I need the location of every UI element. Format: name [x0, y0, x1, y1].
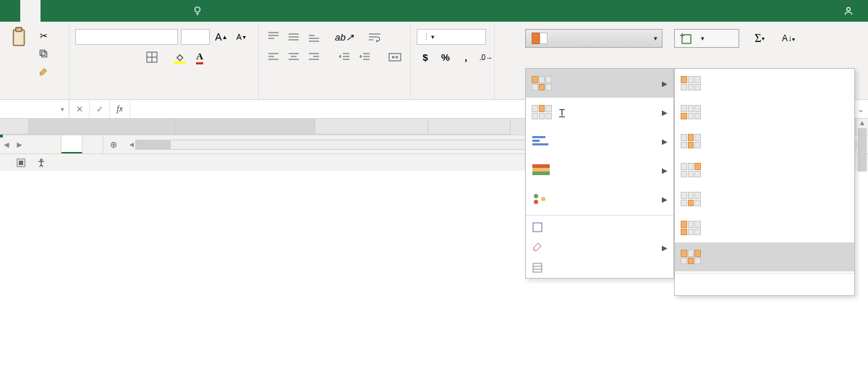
svg-rect-13 [532, 168, 550, 172]
submenu-greater-than[interactable] [675, 69, 854, 98]
menu-highlight-cells-rules[interactable]: ▶ [526, 69, 673, 98]
tab-review[interactable] [122, 0, 142, 22]
ribbon: ✂ A▲ A▼ A [0, 22, 868, 100]
cut-button[interactable]: ✂ [35, 28, 52, 43]
menu-data-bars[interactable]: ▶ [526, 127, 673, 156]
tab-nav-prev[interactable]: ◄ [0, 140, 13, 150]
align-left-button[interactable] [265, 49, 282, 65]
duplicate-icon [681, 250, 701, 264]
data-bars-icon [532, 135, 550, 148]
align-bottom-icon [308, 32, 320, 42]
vertical-scrollbar[interactable]: ▲ [856, 119, 868, 135]
svg-point-17 [541, 197, 545, 201]
menu-new-rule[interactable] [526, 217, 673, 237]
submenu-date-occurring[interactable] [675, 213, 854, 242]
submenu-less-than[interactable] [675, 98, 854, 127]
paste-button[interactable] [4, 25, 33, 52]
submenu-duplicate-values[interactable] [675, 242, 854, 271]
underline-button[interactable] [116, 49, 133, 65]
merge-button[interactable] [386, 49, 404, 65]
tab-home[interactable] [20, 0, 41, 22]
new-sheet-button[interactable]: ⊕ [103, 140, 124, 150]
accessibility-status[interactable] [36, 158, 49, 168]
submenu-between[interactable] [675, 127, 854, 156]
decrease-indent-button[interactable] [336, 49, 353, 65]
enter-formula-button[interactable]: ✓ [90, 100, 110, 118]
menu-color-scales[interactable]: ▶ [526, 156, 673, 185]
group-clipboard: ✂ [0, 22, 69, 99]
sheet-tab-2[interactable] [61, 135, 82, 153]
conditional-formatting-button[interactable]: ▾ [525, 29, 663, 48]
decrease-font-button[interactable]: A▼ [233, 29, 250, 45]
wrap-icon [368, 32, 381, 42]
menu-manage-rules[interactable] [526, 258, 673, 278]
tab-formulas[interactable] [81, 0, 101, 22]
currency-button[interactable]: $ [417, 49, 434, 65]
orientation-button[interactable]: ab↗ [336, 29, 353, 45]
autosum-button[interactable]: Σ▾ [751, 30, 768, 46]
svg-rect-4 [42, 52, 47, 57]
svg-rect-12 [532, 164, 550, 168]
copy-button[interactable] [35, 46, 52, 62]
wrap-text-button[interactable] [366, 29, 383, 45]
lightbulb-icon [192, 6, 203, 16]
submenu-more-rules[interactable] [675, 275, 854, 295]
number-format-combo[interactable]: ▾ [417, 29, 486, 45]
align-middle-button[interactable] [285, 29, 302, 45]
sheet-tab-3[interactable] [82, 135, 103, 153]
align-right-button[interactable] [305, 49, 323, 65]
col-header-d[interactable] [428, 119, 511, 135]
expand-formula-bar[interactable]: ⌄ [854, 104, 868, 114]
increase-font-button[interactable]: A▲ [213, 29, 230, 45]
font-size-combo[interactable] [181, 29, 210, 45]
copy-icon [38, 48, 48, 59]
fill-color-button[interactable] [171, 49, 188, 65]
bold-button[interactable] [75, 49, 93, 65]
svg-rect-18 [533, 223, 542, 232]
borders-button[interactable] [143, 49, 161, 65]
percent-button[interactable]: % [437, 49, 454, 65]
format-painter-button[interactable] [35, 64, 52, 80]
highlight-rules-icon [532, 76, 552, 90]
tab-view[interactable] [142, 0, 162, 22]
vscroll-thumb[interactable] [858, 128, 867, 172]
col-header-b[interactable] [176, 119, 315, 135]
fx-button[interactable]: fx [110, 100, 130, 118]
manage-rules-icon [532, 262, 550, 274]
cancel-formula-button[interactable]: ✕ [69, 100, 90, 118]
italic-button[interactable] [95, 49, 113, 65]
col-header-c[interactable] [315, 119, 428, 135]
font-color-button[interactable]: A [191, 49, 208, 65]
share-button[interactable] [833, 0, 868, 22]
menu-top-bottom-rules[interactable]: T ▶ [526, 98, 673, 127]
tab-file[interactable] [0, 0, 20, 22]
increase-indent-button[interactable] [356, 49, 373, 65]
tab-nav-next[interactable]: ► [13, 140, 26, 150]
check-icon: ✓ [96, 104, 103, 114]
align-center-button[interactable] [285, 49, 302, 65]
insert-cells-button[interactable]: ▾ [674, 29, 739, 48]
submenu-equal-to[interactable] [675, 156, 854, 185]
sort-filter-button[interactable]: A↓▾ [780, 30, 797, 46]
col-header-a[interactable] [29, 119, 176, 135]
name-box[interactable]: ▾ [0, 100, 69, 118]
tab-insert[interactable] [41, 0, 61, 22]
svg-rect-2 [14, 30, 25, 45]
increase-decimal-button[interactable]: .0→ [477, 49, 495, 65]
tab-help[interactable] [162, 0, 182, 22]
tell-me[interactable] [182, 0, 217, 22]
tab-data[interactable] [101, 0, 122, 22]
sheet-tab-1[interactable] [41, 135, 61, 153]
select-all-corner[interactable] [0, 119, 29, 135]
align-top-button[interactable] [265, 29, 282, 45]
menu-icon-sets[interactable]: ▶ [526, 185, 673, 213]
macro-icon[interactable] [16, 158, 26, 168]
comma-button[interactable]: , [457, 49, 475, 65]
svg-rect-11 [532, 143, 548, 145]
tab-pagelayout[interactable] [61, 0, 81, 22]
submenu-text-contains[interactable] [675, 185, 854, 213]
menu-clear-rules[interactable]: ▶ [526, 237, 673, 258]
font-family-combo[interactable] [75, 29, 178, 45]
align-bottom-button[interactable] [305, 29, 323, 45]
hscroll-thumb[interactable] [136, 140, 171, 149]
